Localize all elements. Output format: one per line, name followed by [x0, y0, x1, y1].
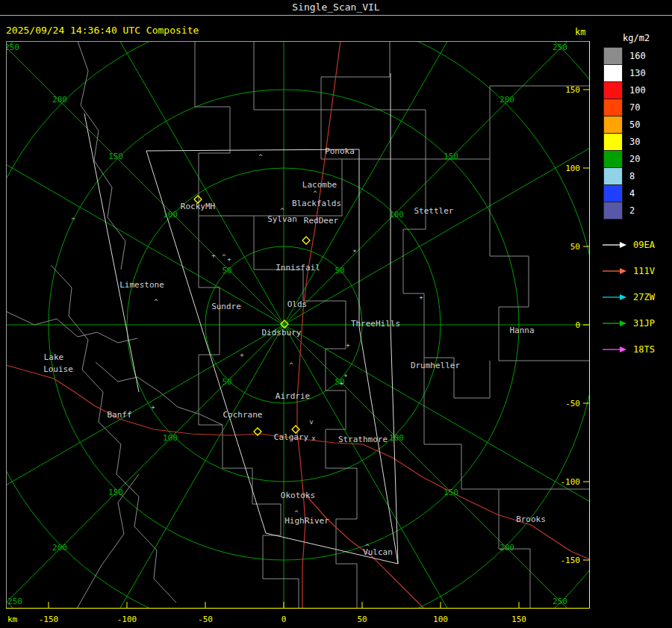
- city-label: Drumheller: [411, 361, 461, 370]
- colorbar-unit: kg/m2: [623, 33, 650, 43]
- town-marker: +: [211, 252, 216, 259]
- site-arrow-icon: [602, 319, 627, 328]
- colorbar-value: 4: [629, 188, 635, 199]
- city-label: Blackfalds: [292, 199, 341, 208]
- town-marker: +: [227, 255, 231, 263]
- colorbar-value: 130: [629, 68, 646, 78]
- ring-distance-label: 200: [500, 95, 514, 105]
- right-axis-tick-label: 100: [565, 164, 580, 173]
- legend-entry: 31JP: [602, 310, 655, 336]
- town-marker: ^: [280, 207, 284, 214]
- color-swatch: [603, 133, 623, 151]
- site-arrow-icon: [602, 267, 627, 276]
- legend-entry: 111V: [602, 258, 655, 284]
- bottom-axis-tick-label: -150: [39, 615, 59, 624]
- colorbar-entry: 30: [603, 133, 646, 150]
- ring-distance-label: 50: [335, 266, 344, 276]
- ring-distance-label: 50: [222, 266, 231, 276]
- town-marker: *: [352, 249, 356, 256]
- town-marker: ^: [258, 153, 263, 161]
- city-label: HighRiver: [284, 516, 329, 526]
- color-swatch: [603, 116, 623, 134]
- city-label: Didsbury: [262, 328, 302, 338]
- ring-distance-label: 200: [52, 95, 67, 105]
- bottom-axis-tick-label: 50: [357, 615, 367, 624]
- town-marker: ^: [154, 298, 158, 305]
- legend-entry: 18TS: [602, 336, 655, 362]
- color-swatch: [603, 99, 623, 116]
- color-swatch: [603, 150, 623, 168]
- site-legend: 09EA111V27ZW31JP18TS: [602, 231, 655, 362]
- city-label: Calgary: [274, 432, 309, 442]
- town-markers: ^^^*+++^+++*vx^^+^^^: [71, 153, 423, 550]
- town-marker: *: [343, 373, 347, 381]
- ring-distance-label: 250: [7, 597, 22, 606]
- site-arrow-icon: [602, 345, 627, 354]
- city-label: Olds: [287, 299, 308, 309]
- city-label: Okotoks: [281, 491, 315, 500]
- map-canvas: 2502001501005025020015010050501001502002…: [6, 41, 590, 628]
- legend-entry: 09EA: [602, 231, 655, 258]
- right-axis-tick-label: 0: [575, 320, 580, 330]
- city-label: Innisfail: [276, 263, 320, 273]
- right-axis-tick-label: 150: [565, 85, 580, 95]
- ring-distance-label: 100: [389, 210, 404, 220]
- city-label: Airdrie: [276, 391, 310, 401]
- town-marker: x: [311, 435, 316, 442]
- city-label: Limestone: [119, 280, 164, 290]
- ring-distance-label: 150: [108, 488, 123, 497]
- town-marker: +: [240, 351, 244, 358]
- ring-distance-label: 250: [553, 597, 567, 606]
- color-swatch: [603, 184, 623, 202]
- timestamp: 2025/09/24 14:36:40 UTC Composite: [6, 25, 199, 36]
- bottom-axis-tick-label: 150: [511, 615, 526, 624]
- bottom-axis: -150-100-50050100150km: [7, 602, 526, 624]
- colorbar-entry: 100: [603, 81, 646, 99]
- colorbar-value: 20: [629, 154, 640, 164]
- legend-entry: 27ZW: [602, 284, 655, 310]
- radar-site-icon: [302, 237, 310, 244]
- city-label: Lacombe: [302, 180, 337, 190]
- city-label: ThreeHills: [351, 319, 400, 329]
- right-axis-tick-label: -150: [561, 556, 581, 565]
- city-label: Banff: [107, 410, 131, 420]
- right-axis-tick-label: 50: [570, 242, 580, 252]
- town-marker: ^: [71, 217, 75, 224]
- ring-distance-label: 150: [108, 152, 123, 161]
- site-arrow-icon: [602, 240, 627, 249]
- ring-distance-label: 100: [163, 210, 178, 220]
- radar-map[interactable]: 2502001501005025020015010050501001502002…: [6, 41, 590, 628]
- town-marker: ^: [313, 190, 317, 197]
- color-swatch: [603, 81, 623, 99]
- colorbar-value: 2: [629, 205, 635, 216]
- colorbar-entry: 2: [603, 202, 646, 219]
- city-label: Lake: [44, 352, 64, 362]
- color-swatch: [603, 64, 623, 82]
- colorbar-entry: 130: [603, 64, 646, 81]
- city-label: Cochrane: [223, 410, 263, 420]
- city-label: Vulcan: [363, 547, 393, 557]
- city-label: Sundre: [211, 302, 241, 311]
- colorbar-value: 160: [629, 51, 646, 61]
- legend-site-label: 27ZW: [633, 292, 655, 302]
- colorbar-entry: 20: [603, 150, 646, 167]
- colorbar-value: 8: [629, 171, 635, 181]
- color-swatch: [603, 167, 623, 185]
- city-label: Louise: [43, 364, 73, 374]
- colorbar-value: 30: [629, 137, 640, 147]
- legend-site-label: 18TS: [633, 344, 655, 355]
- right-axis-unit: km: [575, 27, 585, 37]
- city-label: Hanna: [509, 326, 534, 335]
- right-axis-tick-label: -50: [565, 399, 580, 408]
- city-label: Stettler: [414, 206, 454, 216]
- legend-site-label: 09EA: [633, 240, 655, 250]
- ring-distance-label: 100: [389, 433, 404, 443]
- city-label: RedDeer: [304, 216, 339, 226]
- city-label: Ponoka: [325, 146, 355, 156]
- colorbar-value: 100: [629, 85, 646, 96]
- colorbar-entry: 160: [603, 47, 646, 64]
- legend-site-label: 31JP: [633, 318, 655, 329]
- bottom-axis-tick-label: 0: [281, 615, 287, 624]
- color-swatch: [603, 202, 623, 220]
- bottom-axis-tick-label: 100: [433, 615, 448, 624]
